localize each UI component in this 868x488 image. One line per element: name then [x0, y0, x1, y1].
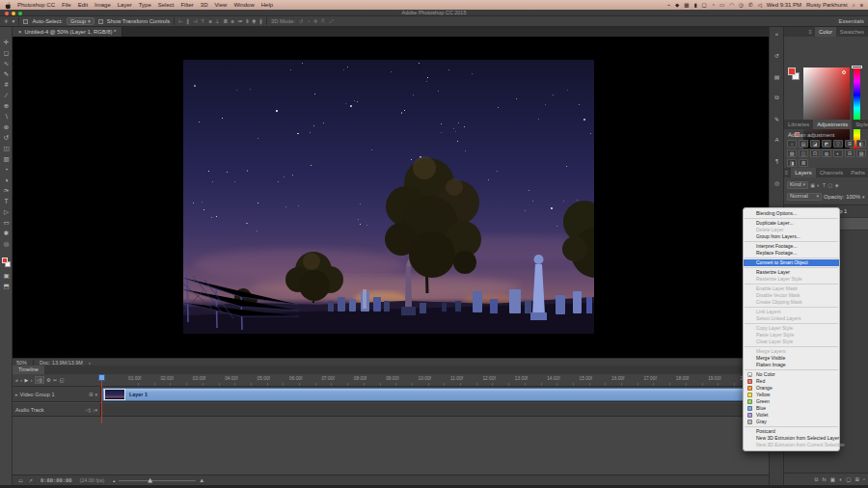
- distribute-top-icon[interactable]: ≣: [223, 18, 228, 25]
- chevron-down-icon[interactable]: ▾: [95, 392, 97, 397]
- tool-preset-chevron-icon[interactable]: ▾: [13, 18, 15, 24]
- crop-tool[interactable]: #: [0, 79, 13, 90]
- distribute-right-icon[interactable]: ∦: [259, 18, 262, 25]
- status-arrow-icon[interactable]: ›: [89, 360, 91, 366]
- chevron-right-icon[interactable]: ▸: [15, 392, 18, 397]
- brush-tool[interactable]: ∖: [0, 111, 13, 122]
- battery-icon[interactable]: ▮: [694, 0, 697, 10]
- context-menu-item[interactable]: No Color: [744, 371, 839, 378]
- brightness-contrast-icon[interactable]: ☼: [787, 140, 797, 148]
- scale-3d-icon[interactable]: ⤢: [329, 18, 333, 25]
- hue-saturation-icon[interactable]: ⊞: [845, 140, 854, 148]
- panel-tab[interactable]: Adjustments: [813, 120, 852, 129]
- chevron-down-icon[interactable]: ▾: [862, 194, 865, 200]
- menu-bar-clock[interactable]: Wed 9:31 PM: [767, 2, 801, 8]
- settings-icon[interactable]: ⚙: [46, 377, 50, 383]
- dodge-tool[interactable]: ◑: [0, 175, 13, 185]
- menu-item[interactable]: Type: [139, 0, 151, 10]
- vibrance-icon[interactable]: ▽: [833, 140, 843, 148]
- clip-settings-icon[interactable]: ⊞: [89, 392, 93, 397]
- camera-icon[interactable]: ▦: [684, 0, 689, 10]
- menu-item[interactable]: File: [62, 0, 71, 10]
- audio-menu-icon[interactable]: ♪▾: [93, 407, 97, 413]
- display-icon[interactable]: ▢: [702, 0, 707, 10]
- lasso-tool[interactable]: ∿: [0, 58, 13, 68]
- move-tool[interactable]: ✛: [0, 37, 13, 47]
- layer-style-icon[interactable]: fx: [822, 476, 826, 482]
- adjustment-filter-icon[interactable]: ◐: [817, 182, 820, 188]
- photo-filter-icon[interactable]: ◫: [799, 149, 808, 157]
- slide-3d-icon[interactable]: ⇱: [321, 18, 326, 25]
- playhead-handle[interactable]: [98, 374, 105, 381]
- panel-tab[interactable]: Styles: [852, 120, 868, 129]
- timeline-zoom-slider[interactable]: [119, 480, 196, 481]
- distribute-center-icon[interactable]: ⋕: [252, 18, 257, 25]
- align-right-icon[interactable]: ⊣: [193, 18, 198, 25]
- hand-tool[interactable]: ✱: [0, 228, 13, 238]
- quick-mask-icon[interactable]: ▣: [0, 270, 13, 281]
- panel-tab[interactable]: Libraries: [784, 120, 813, 129]
- menu-item[interactable]: Image: [95, 0, 111, 10]
- levels-icon[interactable]: ▤: [799, 140, 808, 148]
- context-menu-item[interactable]: Duplicate Layer...: [744, 220, 839, 227]
- properties-icon[interactable]: ▤: [770, 73, 784, 80]
- auto-select-checkbox[interactable]: [23, 19, 28, 24]
- context-menu-item[interactable]: Copy Layer Style: [744, 325, 839, 332]
- context-menu-item[interactable]: Disable Vector Mask: [744, 292, 839, 299]
- notification-center-icon[interactable]: ≡: [860, 0, 863, 10]
- menu-item[interactable]: Filter: [180, 0, 193, 10]
- prev-frame-icon[interactable]: ‹: [20, 377, 22, 383]
- transition-icon[interactable]: ◱: [60, 377, 65, 383]
- context-menu-item[interactable]: Merge Visible: [744, 355, 839, 362]
- menu-item[interactable]: Layer: [118, 0, 132, 10]
- distribute-bottom-icon[interactable]: ≔: [237, 18, 243, 25]
- info-icon[interactable]: ◎: [770, 179, 784, 186]
- first-frame-icon[interactable]: «: [15, 377, 18, 383]
- smart-object-filter-icon[interactable]: ◈: [835, 182, 839, 188]
- apple-menu-icon[interactable]: [5, 2, 12, 9]
- bluetooth-icon[interactable]: ⌁: [667, 0, 670, 10]
- history-brush-tool[interactable]: ↺: [0, 132, 13, 143]
- link-layers-icon[interactable]: ⧉: [814, 476, 818, 483]
- distribute-left-icon[interactable]: ⫴: [246, 18, 248, 25]
- layer-mask-icon[interactable]: ▣: [830, 476, 835, 482]
- menu-item[interactable]: Select: [158, 0, 175, 10]
- hue-slider[interactable]: [854, 68, 860, 149]
- menu-item[interactable]: Edit: [78, 0, 88, 10]
- shape-tool[interactable]: ▭: [0, 217, 13, 228]
- context-menu-item[interactable]: Rasterize Layer Style: [744, 276, 839, 283]
- context-menu-item[interactable]: Merge Layers: [744, 348, 839, 355]
- panel-tab[interactable]: Color: [815, 27, 836, 37]
- align-bottom-icon[interactable]: ⊥: [215, 18, 220, 25]
- playhead[interactable]: [98, 374, 105, 384]
- menu-item[interactable]: Photoshop CC: [17, 0, 55, 10]
- audio-track-header[interactable]: Audio Track ◁)♪▾: [13, 403, 101, 416]
- context-menu-item[interactable]: Replace Footage...: [744, 250, 839, 257]
- context-menu-item[interactable]: Green: [744, 398, 839, 405]
- foreground-color-swatch[interactable]: [2, 258, 8, 263]
- speaker-icon[interactable]: ◁): [85, 407, 91, 413]
- layer-filter-dropdown[interactable]: Kind▾: [787, 181, 808, 189]
- menu-item[interactable]: 3D: [201, 0, 208, 10]
- clone-source-icon[interactable]: ⧉: [770, 95, 784, 101]
- show-transform-checkbox[interactable]: [98, 19, 103, 24]
- posterize-icon[interactable]: ⊟: [845, 149, 854, 157]
- menu-item[interactable]: Help: [261, 0, 273, 10]
- context-menu-item[interactable]: Blending Options...: [744, 210, 839, 217]
- blur-tool[interactable]: ◔: [0, 164, 13, 175]
- audio-toggle-icon[interactable]: ◁): [35, 376, 44, 384]
- adjustment-layer-icon[interactable]: ◐: [839, 476, 842, 482]
- wifi-icon[interactable]: ◠: [729, 0, 734, 10]
- split-clip-icon[interactable]: ✂: [53, 377, 57, 383]
- timeline-ruler[interactable]: 01:00f02:00f03:00f04:00f05:00f06:00f07:0…: [101, 374, 769, 387]
- context-menu-item[interactable]: Select Linked Layers: [744, 315, 839, 322]
- panel-tab[interactable]: Paths: [847, 168, 868, 177]
- context-menu-item[interactable]: Clear Layer Style: [744, 339, 839, 345]
- context-menu-item[interactable]: Delete Layer: [744, 227, 839, 233]
- shortcut-icon[interactable]: ↗: [29, 477, 33, 483]
- close-tab-icon[interactable]: ×: [18, 27, 21, 37]
- context-menu-item[interactable]: Orange: [744, 385, 839, 392]
- context-menu-item[interactable]: Group from Layers...: [744, 233, 839, 240]
- new-layer-icon[interactable]: ⊞: [854, 476, 859, 482]
- character-icon[interactable]: A: [770, 137, 784, 143]
